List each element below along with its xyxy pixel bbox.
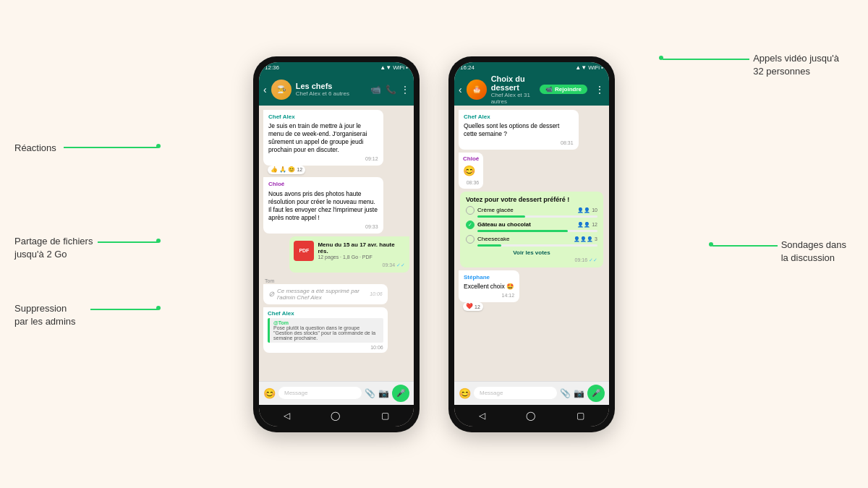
camera-icon[interactable]: 📷 (378, 388, 389, 398)
camera-icon-2[interactable]: 📷 (574, 388, 584, 398)
mic-button-2[interactable]: 🎤 (587, 385, 605, 402)
vote-count-3: 3 (595, 236, 597, 241)
voters-avatars-2: 👤👤 (577, 222, 590, 228)
poll-text-2: Gâteau au chocolat (477, 221, 574, 228)
file-sharing-label: Partage de fichiersjusqu'à 2 Go (14, 235, 93, 261)
attachment-icon[interactable]: 📎 (365, 388, 375, 398)
main-container: Réactions Partage de fichiersjusqu'à 2 G… (0, 0, 868, 488)
deleted-icon: ⊘ (268, 290, 274, 298)
see-votes-button[interactable]: Voir les votes (466, 249, 597, 256)
reactions-container: 👍 🙏 😊 12 (268, 166, 305, 174)
file-message: PDF Menu du 15 au 17 avr. haute rés. 12 … (289, 236, 409, 273)
polls-line (712, 245, 778, 247)
poll-message: Votez pour votre dessert préféré ! Crème… (460, 192, 603, 267)
recents-nav-icon[interactable]: ▢ (381, 411, 389, 421)
group-subtitle-2: Chef Alex et 31 autres (491, 92, 535, 105)
deleted-section: Tom ⊘ Ce message a été supprimé par l'ad… (263, 278, 409, 304)
sender-name: Chef Alex (268, 114, 378, 121)
phone-1: 12:36 ▲▼ WiFi ▪ ‹ 👨‍🍳 Les chefs C (253, 56, 420, 432)
poll-check-3[interactable] (466, 235, 475, 244)
reactions-label: Réactions (14, 142, 56, 153)
phone-1-status-icons: ▲▼ WiFi ▪ (380, 64, 408, 71)
poll-bar-container-1 (477, 215, 597, 218)
phone-1-status-bar: 12:36 ▲▼ WiFi ▪ (259, 62, 414, 74)
message-stephane: Stéphane Excellent choix 🤩 14:12 ❤️ 12 (459, 270, 519, 303)
message-chef-alex-1: Chef Alex Je suis en train de mettre à j… (263, 110, 383, 166)
deleted-message: ⊘ Ce message a été supprimé par l'admin … (263, 284, 388, 304)
back-arrow-icon[interactable]: ‹ (263, 84, 267, 95)
group-name-2: Choix du dessert (491, 74, 535, 92)
battery-icon: ▪ (406, 64, 408, 71)
back-arrow-2-icon[interactable]: ‹ (459, 84, 462, 95)
heart-count: 12 (475, 304, 480, 310)
phone-1-time: 12:36 (265, 64, 279, 71)
emoji-icon[interactable]: 😊 (263, 388, 276, 399)
home-nav-icon-2[interactable]: ◯ (526, 411, 535, 421)
phone-1-nav-bar: ◁ ◯ ▢ (259, 405, 414, 427)
home-nav-icon[interactable]: ◯ (331, 411, 340, 421)
file-name: Menu du 15 au 17 avr. haute rés. (318, 241, 405, 254)
sender-stephane: Stéphane (464, 274, 514, 281)
quote-reference-name: @Tom (273, 320, 380, 325)
quote-text: Pose plutôt la question dans le groupe "… (273, 325, 380, 341)
quote-message: Chef Alex @Tom Pose plutôt la question d… (263, 307, 388, 353)
sender-chloe-2: Chloé (463, 155, 479, 163)
poll-option-row-2: ✓ Gâteau au chocolat 👤👤 12 (466, 221, 597, 229)
recents-nav-icon-2[interactable]: ▢ (576, 411, 584, 421)
poll-bar-container-2 (477, 230, 597, 232)
phone-2-input-bar: 😊 Message 📎 📷 🎤 (454, 381, 609, 405)
phone-2-screen: 16:24 ▲▼ WiFi ▪ ‹ 🎂 Choix du dessert (454, 62, 609, 427)
file-sharing-line (98, 241, 158, 243)
reaction-thumbs-up[interactable]: 👍 🙏 😊 12 (268, 166, 305, 174)
mic-icon-2: 🎤 (592, 389, 600, 397)
join-button[interactable]: 📹 Rejoindre (540, 85, 587, 94)
file-sharing-dot (156, 239, 161, 243)
pdf-icon: PDF (294, 241, 314, 261)
poll-check-2[interactable]: ✓ (466, 221, 475, 229)
heart-reaction-container: ❤️ 12 (463, 302, 483, 311)
poll-voters-1: 👤👤 10 (577, 207, 597, 213)
deleted-time: 10:06 (370, 291, 383, 296)
video-calls-label: Appels vidéo jusqu'à32 personnes (753, 52, 839, 78)
message-input[interactable]: Message (278, 387, 362, 399)
poll-option-1: Crème glacée 👤👤 10 (466, 206, 597, 218)
header-info-2: Choix du dessert Chef Alex et 31 autres (491, 74, 535, 105)
polls-dot (709, 242, 713, 247)
poll-time: 09:16 ✓✓ (466, 257, 597, 263)
emoji-icon-2[interactable]: 😊 (459, 388, 471, 399)
phone-1-chat-body: Chef Alex Je suis en train de mettre à j… (259, 106, 414, 381)
group-avatar: 👨‍🍳 (271, 80, 292, 100)
reaction-count: 12 (297, 166, 302, 173)
signal-icon-2: ▲▼ (575, 64, 587, 71)
sender-chef-alex-2: Chef Alex (464, 114, 574, 121)
quote-inner: @Tom Pose plutôt la question dans le gro… (268, 318, 383, 343)
poll-title: Votez pour votre dessert préféré ! (466, 196, 597, 203)
phone-2-status-icons: ▲▼ WiFi ▪ (575, 64, 603, 71)
heart-reaction-badge[interactable]: ❤️ 12 (463, 302, 483, 311)
phone-call-icon[interactable]: 📞 (386, 85, 396, 95)
poll-option-row-1: Crème glacée 👤👤 10 (466, 206, 597, 215)
file-content: PDF Menu du 15 au 17 avr. haute rés. 12 … (294, 241, 405, 261)
message-chloe: Chloé Nous avons pris des photos haute r… (263, 177, 383, 234)
admin-line (90, 309, 158, 310)
back-nav-icon[interactable]: ◁ (284, 411, 290, 421)
message-text: Je suis en train de mettre à jour le men… (268, 122, 378, 154)
message-time: 09:12 (268, 155, 378, 162)
back-nav-icon-2[interactable]: ◁ (479, 411, 485, 421)
phone-1-input-bar: 😊 Message 📎 📷 🎤 (259, 381, 414, 405)
poll-check-1[interactable] (466, 206, 475, 215)
voters-avatars-3: 👤👤👤 (574, 236, 593, 242)
mic-button[interactable]: 🎤 (392, 385, 409, 402)
more-icon-2[interactable]: ⋮ (595, 84, 605, 95)
header-info: Les chefs Chef Alex et 6 autres (296, 82, 366, 97)
attachment-icon-2[interactable]: 📎 (560, 388, 571, 398)
more-icon[interactable]: ⋮ (401, 85, 409, 95)
message-input-2[interactable]: Message (474, 387, 557, 399)
vote-count-1: 10 (592, 207, 597, 213)
phone-1-header: ‹ 👨‍🍳 Les chefs Chef Alex et 6 autres 📹 … (259, 74, 414, 106)
poll-option-3: Cheesecake 👤👤👤 3 (466, 235, 597, 247)
sender-name-chloe: Chloé (268, 181, 378, 188)
video-call-icon[interactable]: 📹 (370, 85, 381, 95)
phone-2: 16:24 ▲▼ WiFi ▪ ‹ 🎂 Choix du dessert (448, 56, 615, 432)
quote-time: 10:06 (268, 345, 383, 350)
